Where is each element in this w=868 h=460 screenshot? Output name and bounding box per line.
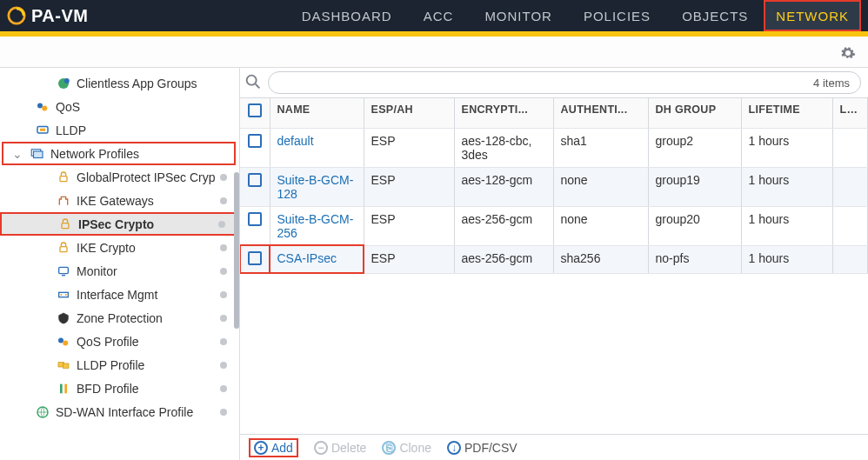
espah-cell: ESP: [364, 167, 454, 206]
app-group-icon: [56, 76, 71, 91]
logo-icon: [7, 6, 26, 25]
app-logo: PA-VM: [7, 6, 88, 26]
sidebar-item-globalprotect-ipsec-cryp[interactable]: GlobalProtect IPSec Cryp: [0, 165, 239, 189]
col-authenti-[interactable]: AUTHENTI...: [553, 98, 648, 128]
col-name[interactable]: NAME: [270, 98, 364, 128]
row-checkbox[interactable]: [248, 134, 262, 148]
clone-button[interactable]: ⎘ Clone: [382, 441, 431, 455]
delete-button[interactable]: − Delete: [314, 441, 366, 455]
bfd-icon: [56, 381, 71, 397]
pdfcsv-button[interactable]: ↓ PDF/CSV: [447, 441, 517, 455]
clone-label: Clone: [399, 441, 431, 455]
select-all-checkbox[interactable]: [248, 103, 262, 117]
sidebar-item-label: GlobalProtect IPSec Cryp: [77, 170, 239, 184]
svg-rect-22: [64, 383, 67, 393]
logo-text: PA-VM: [31, 6, 88, 26]
svg-point-18: [63, 340, 68, 345]
sidebar-item-label: Network Profiles: [50, 147, 234, 161]
gear-icon[interactable]: [840, 45, 856, 63]
dh-cell: no-pfs: [648, 245, 741, 273]
sidebar-item-ike-gateways[interactable]: IKE Gateways: [0, 189, 239, 212]
top-nav: DASHBOARDACCMONITORPOLICIESOBJECTSNETWOR…: [286, 0, 861, 31]
download-icon: ↓: [447, 441, 461, 455]
sidebar-scrollbar[interactable]: [234, 172, 239, 329]
lifetime-cell: 1 hours: [741, 206, 832, 245]
profile-name-link[interactable]: Suite-B-GCM-256: [277, 212, 354, 240]
nav-monitor[interactable]: MONITOR: [469, 0, 568, 31]
encrypt-cell: aes-256-gcm: [454, 206, 553, 245]
sidebar-item-monitor[interactable]: Monitor: [0, 259, 239, 283]
status-dot: [220, 197, 227, 204]
svg-point-15: [60, 294, 62, 296]
sidebar-item-qos[interactable]: QoS: [0, 95, 239, 118]
search-input[interactable]: 4 items: [268, 71, 861, 94]
search-row: 4 items: [240, 68, 868, 97]
sidebar-item-ike-crypto[interactable]: IKE Crypto: [0, 236, 239, 259]
sidebar-item-bfd-profile[interactable]: BFD Profile: [0, 377, 239, 400]
nav-objects[interactable]: OBJECTS: [666, 0, 764, 31]
top-nav-bar: PA-VM DASHBOARDACCMONITORPOLICIESOBJECTS…: [0, 0, 868, 31]
lldp-profile-icon: [56, 357, 71, 373]
gateway-icon: [56, 193, 71, 209]
svg-point-17: [58, 337, 63, 343]
table-row[interactable]: CSA-IPsecESPaes-256-gcmsha256no-pfs1 hou…: [240, 245, 868, 273]
table-row[interactable]: Suite-B-GCM-128ESPaes-128-gcmnonegroup19…: [240, 167, 868, 206]
sidebar-item-lldp[interactable]: LLDP: [0, 118, 239, 142]
lifetime-cell: 1 hours: [741, 167, 832, 206]
sidebar-item-label: Zone Protection: [77, 311, 239, 325]
col-encrypti-[interactable]: ENCRYPTI...: [454, 98, 553, 128]
sidebar-item-qos-profile[interactable]: QoS Profile: [0, 330, 239, 353]
col-life[interactable]: LIFE: [832, 98, 868, 128]
sidebar-item-zone-protection[interactable]: Zone Protection: [0, 306, 239, 330]
sidebar-item-clientless-app-groups[interactable]: Clientless App Groups: [0, 71, 239, 95]
nav-policies[interactable]: POLICIES: [568, 0, 666, 31]
col-lifetime[interactable]: LIFETIME: [741, 98, 832, 128]
sidebar-item-label: IKE Gateways: [77, 194, 239, 208]
dh-cell: group19: [648, 167, 741, 206]
status-dot: [220, 338, 227, 345]
status-dot: [220, 315, 227, 322]
footer-toolbar: + Add − Delete ⎘ Clone ↓ PDF/CSV: [240, 434, 868, 460]
life2-cell: [832, 128, 868, 167]
content-pane: 4 items NAMEESP/AHENCRYPTI...AUTHENTI...…: [240, 68, 868, 460]
nav-acc[interactable]: ACC: [408, 0, 470, 31]
profile-name-link[interactable]: default: [277, 134, 314, 148]
sidebar-item-label: QoS: [56, 100, 239, 114]
svg-line-25: [256, 83, 260, 88]
col-esp-ah[interactable]: ESP/AH: [364, 98, 454, 128]
lock-icon: [57, 217, 73, 232]
svg-point-2: [64, 78, 70, 83]
lifetime-cell: 1 hours: [741, 245, 832, 273]
interface-icon: [56, 287, 71, 303]
sidebar-item-ipsec-crypto[interactable]: IPSec Crypto: [0, 212, 239, 236]
row-checkbox[interactable]: [248, 173, 262, 187]
status-dot: [220, 174, 227, 181]
row-checkbox[interactable]: [248, 251, 262, 265]
qos-icon: [56, 334, 71, 350]
sidebar-item-network-profiles[interactable]: ⌄Network Profiles: [2, 142, 236, 165]
auth-cell: none: [553, 206, 648, 245]
table-row[interactable]: defaultESPaes-128-cbc, 3dessha1group21 h…: [240, 128, 868, 167]
col-dh-group[interactable]: DH GROUP: [648, 98, 741, 128]
encrypt-cell: aes-256-gcm: [454, 245, 553, 273]
sidebar-item-label: IPSec Crypto: [78, 217, 237, 231]
status-dot: [220, 362, 227, 369]
nav-dashboard[interactable]: DASHBOARD: [286, 0, 408, 31]
qos-icon: [35, 99, 50, 115]
sidebar-item-lldp-profile[interactable]: LLDP Profile: [0, 353, 239, 377]
monitor-icon: [56, 263, 71, 279]
svg-point-4: [42, 105, 47, 110]
table-row[interactable]: Suite-B-GCM-256ESPaes-256-gcmnonegroup20…: [240, 206, 868, 245]
add-button[interactable]: + Add: [249, 438, 298, 457]
auth-cell: none: [553, 167, 648, 206]
search-icon[interactable]: [244, 72, 263, 94]
profile-name-link[interactable]: CSA-IPsec: [277, 251, 337, 265]
sidebar-item-sd-wan-interface-profile[interactable]: SD-WAN Interface Profile: [0, 400, 239, 423]
svg-point-16: [65, 294, 67, 296]
status-dot: [220, 244, 227, 251]
row-checkbox[interactable]: [248, 212, 262, 226]
profile-name-link[interactable]: Suite-B-GCM-128: [277, 173, 354, 201]
nav-network[interactable]: NETWORK: [764, 0, 861, 31]
svg-rect-8: [34, 151, 43, 158]
sidebar-item-interface-mgmt[interactable]: Interface Mgmt: [0, 283, 239, 306]
